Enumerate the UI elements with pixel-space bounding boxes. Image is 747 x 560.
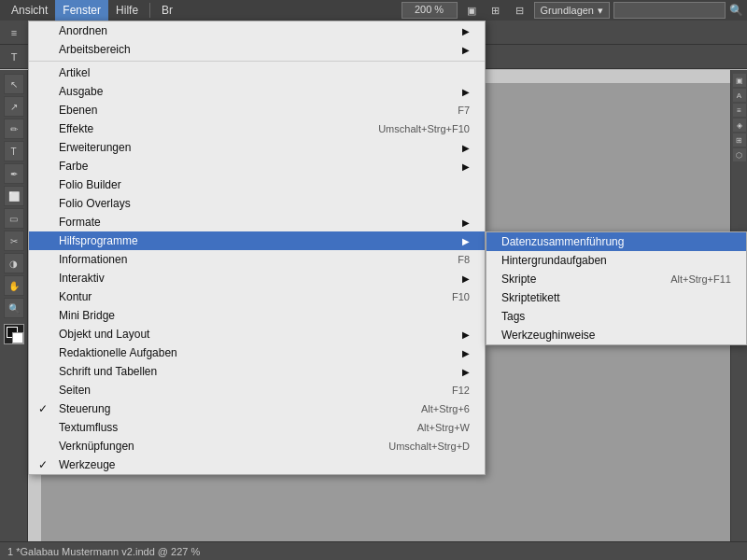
- menu-ausgabe[interactable]: Ausgabe ▶: [29, 82, 485, 101]
- arrow-icon: ▶: [462, 217, 470, 228]
- menu-artikel-label: Artikel: [59, 66, 90, 79]
- view-btn3[interactable]: ⊟: [510, 0, 530, 21]
- menu-textumfluss[interactable]: Textumfluss Alt+Strg+W: [29, 418, 485, 437]
- tool-select[interactable]: ↖: [4, 74, 24, 94]
- menu-textumfluss-label: Textumfluss: [59, 421, 118, 434]
- menu-ebenen[interactable]: Ebenen F7: [29, 101, 485, 119]
- search-input[interactable]: [613, 2, 726, 19]
- menu-effekte[interactable]: Effekte Umschalt+Strg+F10: [29, 119, 485, 138]
- menu-interaktiv-label: Interaktiv: [59, 272, 105, 285]
- menu-ebenen-shortcut: F7: [458, 105, 470, 116]
- tool-rectangle[interactable]: ▭: [4, 208, 24, 229]
- right-btn-6[interactable]: ⬡: [733, 148, 746, 161]
- submenu-hintergrundaufgaben[interactable]: Hintergrundaufgaben: [486, 251, 746, 270]
- arrow-icon: ▶: [462, 161, 470, 172]
- hilfsprogramme-submenu: Datenzusammenführung Hintergrundaufgaben…: [486, 231, 747, 345]
- menu-erweiterungen-label: Erweiterungen: [59, 141, 131, 154]
- status-text: 1 *Galabau Mustermann v2.indd @ 227 %: [7, 546, 200, 557]
- menu-objekt-layout[interactable]: Objekt und Layout ▶: [29, 325, 485, 343]
- menu-mini-bridge-label: Mini Bridge: [59, 309, 115, 322]
- tool-direct-select[interactable]: ↗: [4, 96, 24, 117]
- submenu-werkzeughinweise[interactable]: Werkzeughinweise: [486, 326, 746, 344]
- menu-steuerung-shortcut: Alt+Strg+6: [421, 403, 470, 414]
- submenu-skriptetikett[interactable]: Skriptetikett: [486, 288, 746, 307]
- menu-arbeitsbereich[interactable]: Arbeitsbereich ▶: [29, 40, 485, 59]
- menu-farbe-label: Farbe: [59, 160, 88, 173]
- status-bar: 1 *Galabau Mustermann v2.indd @ 227 %: [0, 541, 747, 560]
- menu-folio-builder[interactable]: Folio Builder: [29, 175, 485, 194]
- tool-hand[interactable]: ✋: [4, 275, 24, 296]
- tool-rectangle-frame[interactable]: ⬜: [4, 186, 24, 206]
- menu-folio-overlays-label: Folio Overlays: [59, 197, 131, 210]
- menu-seiten-label: Seiten: [59, 384, 91, 397]
- menu-farbe[interactable]: Farbe ▶: [29, 157, 485, 175]
- grundlagen-arrow: ▾: [598, 5, 603, 17]
- menu-arbeitsbereich-label: Arbeitsbereich: [59, 43, 131, 56]
- right-btn-3[interactable]: ≡: [733, 104, 746, 117]
- tool-zoom[interactable]: 🔍: [4, 298, 24, 318]
- arrow-icon: ▶: [462, 236, 470, 246]
- submenu-tags[interactable]: Tags: [486, 307, 746, 326]
- right-btn-1[interactable]: ▣: [733, 74, 746, 87]
- grundlagen-button[interactable]: Grundlagen ▾: [534, 2, 611, 19]
- menu-informationen[interactable]: Informationen F8: [29, 250, 485, 269]
- menu-textumfluss-shortcut: Alt+Strg+W: [417, 422, 470, 433]
- menu-verknuepfungen-label: Verknüpfungen: [59, 440, 134, 453]
- menu-werkzeuge[interactable]: ✓ Werkzeuge: [29, 455, 485, 474]
- menu-anordnen-label: Anordnen: [59, 24, 107, 37]
- tool-gradient[interactable]: ◑: [4, 253, 24, 273]
- menu-fenster[interactable]: Fenster: [55, 0, 108, 21]
- menu-ausgabe-label: Ausgabe: [59, 85, 103, 98]
- tool-scissors[interactable]: ✂: [4, 231, 24, 251]
- menu-objekt-layout-label: Objekt und Layout: [59, 328, 149, 341]
- menu-hilfe[interactable]: Hilfe: [108, 0, 146, 21]
- view-btn1[interactable]: ▣: [461, 0, 482, 21]
- menu-verknuepfungen-shortcut: Umschalt+Strg+D: [388, 441, 470, 452]
- menu-br-logo[interactable]: Br: [154, 0, 180, 21]
- align-btn-1[interactable]: ≡: [4, 22, 24, 43]
- menu-folio-overlays[interactable]: Folio Overlays: [29, 194, 485, 213]
- menu-folio-builder-label: Folio Builder: [59, 178, 121, 191]
- submenu-skripte[interactable]: Skripte Alt+Strg+F11: [486, 270, 746, 288]
- menu-mini-bridge[interactable]: Mini Bridge: [29, 306, 485, 325]
- menu-kontur[interactable]: Kontur F10: [29, 287, 485, 306]
- menu-formate-label: Formate: [59, 216, 101, 229]
- menu-schrift-tabellen[interactable]: Schrift und Tabellen ▶: [29, 362, 485, 381]
- menu-redaktionelle-aufgaben[interactable]: Redaktionelle Aufgaben ▶: [29, 343, 485, 362]
- menu-bar-right: 200 % ▣ ⊞ ⊟ Grundlagen ▾ 🔍: [402, 0, 744, 21]
- view-btn2[interactable]: ⊞: [486, 0, 506, 21]
- arrow-icon: ▶: [462, 367, 470, 377]
- tool-pencil[interactable]: ✒: [4, 163, 24, 184]
- submenu-datenzusammenfuehrung[interactable]: Datenzusammenführung: [486, 232, 746, 251]
- menu-anordnen[interactable]: Anordnen ▶: [29, 21, 485, 40]
- menu-artikel[interactable]: Artikel: [29, 63, 485, 82]
- right-btn-2[interactable]: A: [733, 89, 746, 102]
- tool-fill-stroke[interactable]: [4, 324, 24, 344]
- menu-redaktionelle-aufgaben-label: Redaktionelle Aufgaben: [59, 346, 177, 359]
- menu-hilfsprogramme[interactable]: Hilfsprogramme ▶: [29, 231, 485, 250]
- menu-ansicht[interactable]: Ansicht: [4, 0, 55, 21]
- menu-formate[interactable]: Formate ▶: [29, 213, 485, 231]
- submenu-skripte-shortcut: Alt+Strg+F11: [670, 273, 731, 285]
- menu-steuerung-label: Steuerung: [59, 402, 110, 415]
- menu-bar: Ansicht Fenster Hilfe Br 200 % ▣ ⊞ ⊟ Gru…: [0, 0, 747, 21]
- menu-steuerung[interactable]: ✓ Steuerung Alt+Strg+6: [29, 399, 485, 418]
- menu-seiten[interactable]: Seiten F12: [29, 381, 485, 399]
- menu-seiten-shortcut: F12: [452, 385, 470, 396]
- zoom-display[interactable]: 200 %: [402, 2, 458, 19]
- tool-type[interactable]: T: [4, 141, 24, 161]
- arrow-icon: ▶: [462, 329, 470, 340]
- menu-verknuepfungen[interactable]: Verknüpfungen Umschalt+Strg+D: [29, 437, 485, 455]
- menu-effekte-label: Effekte: [59, 122, 93, 135]
- menu-erweiterungen[interactable]: Erweiterungen ▶: [29, 138, 485, 157]
- right-btn-4[interactable]: ◈: [733, 119, 746, 132]
- submenu-skripte-label: Skripte: [501, 273, 536, 286]
- submenu-werkzeughinweise-label: Werkzeughinweise: [501, 329, 596, 342]
- grundlagen-label: Grundlagen: [541, 5, 595, 16]
- arrow-icon: ▶: [462, 87, 470, 97]
- tool-pen[interactable]: ✏: [4, 119, 24, 139]
- menu-interaktiv[interactable]: Interaktiv ▶: [29, 269, 485, 287]
- right-btn-5[interactable]: ⊞: [733, 133, 746, 147]
- arrow-icon: ▶: [462, 26, 470, 36]
- toolbar2-btn1[interactable]: T: [4, 47, 24, 67]
